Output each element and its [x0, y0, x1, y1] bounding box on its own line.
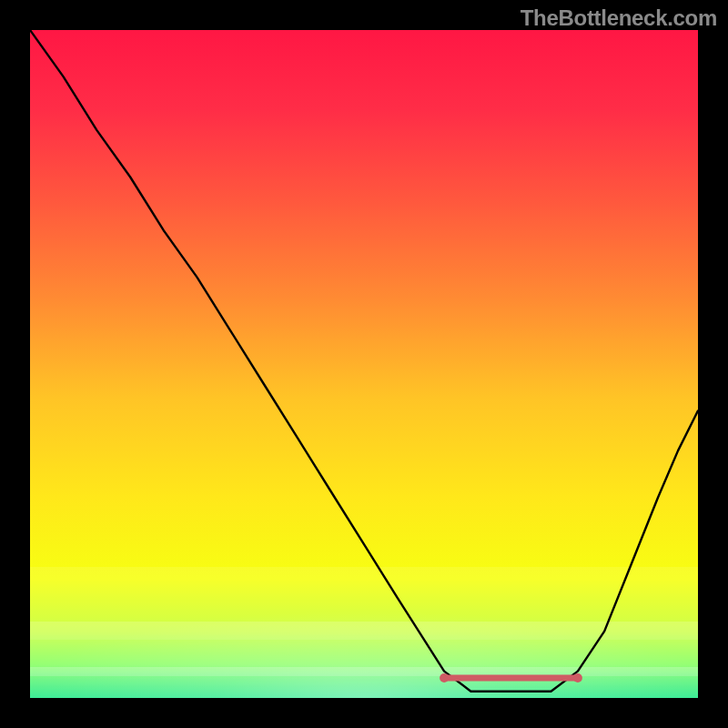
bottleneck-chart [30, 30, 698, 698]
figure-frame: TheBottleneck.com [0, 0, 728, 728]
watermark-text: TheBottleneck.com [521, 5, 717, 31]
chart-svg [30, 30, 698, 698]
glow-radial [30, 540, 698, 698]
